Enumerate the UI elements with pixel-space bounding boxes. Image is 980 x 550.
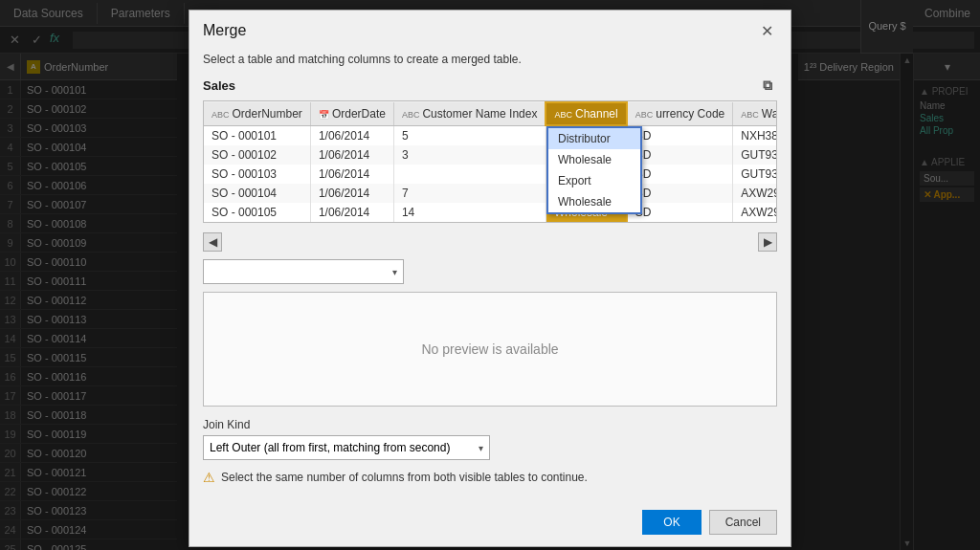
- cell-orderdate: 1/06/2014: [310, 184, 393, 203]
- cell-warehousecode: GUT930: [733, 145, 777, 165]
- cell-orderdate: 1/06/2014: [310, 165, 393, 184]
- table-row: SO - 000102 1/06/2014 3 Wholesale SD GUT…: [204, 145, 777, 165]
- table-scroll-right[interactable]: ▶: [758, 232, 777, 252]
- col-header-orderdate[interactable]: 📅OrderDate: [310, 102, 393, 125]
- cell-currencycode: SD: [627, 203, 733, 222]
- dd-item-wholesale[interactable]: Wholesale: [548, 149, 640, 170]
- table-header-row: ABCOrderNumber 📅OrderDate ABCCustomer Na…: [204, 102, 777, 125]
- cell-warehousecode: GUT930: [733, 165, 777, 184]
- table-scroll-left[interactable]: ◀: [203, 232, 222, 252]
- sales-table: ABCOrderNumber 📅OrderDate ABCCustomer Na…: [204, 101, 777, 222]
- channel-dropdown-popup: Distributor Wholesale Export Wholesale: [546, 126, 642, 214]
- join-kind-label: Join Kind: [203, 418, 777, 431]
- data-table-wrapper: ABCOrderNumber 📅OrderDate ABCCustomer Na…: [203, 100, 777, 223]
- table-row: SO - 000103 1/06/2014 Export SD GUT930: [204, 165, 777, 184]
- warning-icon: ⚠: [203, 470, 215, 485]
- modal-title: Merge: [203, 22, 246, 39]
- cell-channel[interactable]: Distributor Distributor Wholesale Export…: [546, 125, 626, 145]
- dd-item-export[interactable]: Export: [548, 170, 640, 191]
- table-name: Sales: [203, 78, 235, 93]
- col-header-ordernumber[interactable]: ABCOrderNumber: [204, 102, 310, 125]
- cell-customerindex: 5: [393, 125, 546, 145]
- cancel-button[interactable]: Cancel: [709, 510, 777, 535]
- second-table-dropdown[interactable]: ▾: [203, 259, 404, 284]
- cell-currencycode: SD: [627, 165, 733, 184]
- cell-orderdate: 1/06/2014: [310, 125, 393, 145]
- cell-ordernumber: SO - 000105: [204, 203, 310, 222]
- modal-overlay: Merge ✕ Select a table and matching colu…: [0, 0, 980, 550]
- ok-button[interactable]: OK: [642, 510, 701, 535]
- join-kind-value: Left Outer (all from first, matching fro…: [210, 441, 450, 454]
- warning-row: ⚠ Select the same number of columns from…: [203, 470, 777, 485]
- join-kind-arrow-icon: ▾: [479, 443, 483, 453]
- dd-item-distributor[interactable]: Distributor: [548, 128, 640, 149]
- table-row: SO - 000105 1/06/2014 14 Wholesale SD AX…: [204, 203, 777, 222]
- cell-currencycode: SD: [627, 125, 733, 145]
- cell-warehousecode: AXW291: [733, 184, 777, 203]
- cell-currencycode: SD: [627, 145, 733, 165]
- cell-currencycode: SD: [627, 184, 733, 203]
- no-preview-box: No preview is available: [203, 292, 777, 407]
- table-scroll-buttons: ◀ ▶: [203, 232, 777, 252]
- col-header-channel[interactable]: ABCChannel: [546, 102, 626, 125]
- cell-customerindex: [393, 165, 546, 184]
- cell-ordernumber: SO - 000101: [204, 125, 310, 145]
- table-row: SO - 000104 1/06/2014 7 Export SD AXW291: [204, 184, 777, 203]
- merge-dialog: Merge ✕ Select a table and matching colu…: [189, 10, 791, 547]
- cell-customerindex: 14: [393, 203, 546, 222]
- modal-body: Select a table and matching columns to c…: [189, 47, 791, 504]
- warning-text: Select the same number of columns from b…: [221, 471, 588, 484]
- table-row: SO - 000101 1/06/2014 5 Distributor Dist…: [204, 125, 777, 145]
- col-header-customerindex[interactable]: ABCCustomer Name Index: [393, 102, 546, 125]
- cell-ordernumber: SO - 000104: [204, 184, 310, 203]
- cell-warehousecode: AXW291: [733, 203, 777, 222]
- modal-footer: OK Cancel: [189, 504, 791, 546]
- modal-subtitle: Select a table and matching columns to c…: [203, 53, 777, 66]
- dd-item-wholesale2[interactable]: Wholesale: [548, 191, 640, 212]
- cell-ordernumber: SO - 000102: [204, 145, 310, 165]
- modal-close-button[interactable]: ✕: [756, 20, 777, 41]
- second-table-arrow-icon: ▾: [392, 267, 397, 277]
- cell-warehousecode: NXH382: [733, 125, 777, 145]
- cell-ordernumber: SO - 000103: [204, 165, 310, 184]
- modal-titlebar: Merge ✕: [189, 11, 791, 47]
- table-icon[interactable]: ⧉: [758, 76, 777, 95]
- cell-customerindex: 7: [393, 184, 546, 203]
- col-header-warehousecode[interactable]: ABCWarehouse Code: [733, 102, 777, 125]
- no-preview-text: No preview is available: [421, 341, 558, 357]
- cell-customerindex: 3: [393, 145, 546, 165]
- table-label-row: Sales ⧉: [203, 76, 777, 95]
- col-header-currencycode[interactable]: ABCurrency Code: [627, 102, 733, 125]
- cell-orderdate: 1/06/2014: [310, 203, 393, 222]
- cell-orderdate: 1/06/2014: [310, 145, 393, 165]
- join-kind-dropdown[interactable]: Left Outer (all from first, matching fro…: [203, 435, 490, 460]
